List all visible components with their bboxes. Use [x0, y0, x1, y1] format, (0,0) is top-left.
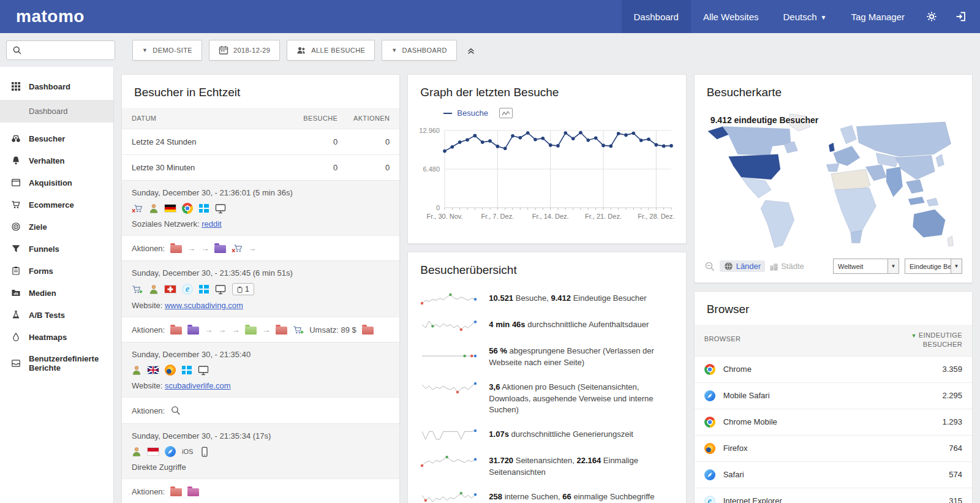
matomo-logo[interactable]: matomo: [0, 0, 100, 33]
chrome-icon: [704, 417, 715, 428]
nav-item-tag-manager[interactable]: Tag Manager: [839, 0, 917, 33]
browser-name: Safari: [723, 470, 744, 479]
revenue-label: Umsatz: 89 $: [309, 325, 356, 335]
actions-label: Aktionen:: [132, 487, 165, 496]
sidebar-item-funnels[interactable]: Funnels: [0, 238, 113, 260]
overview-metric-text: 4 min 46s durchschnittliche Aufenthaltsd…: [489, 317, 649, 331]
globe-icon: [724, 262, 733, 271]
unique-visitors-value: 3.359: [942, 365, 962, 374]
collapse-dashboard-icon[interactable]: [466, 45, 476, 55]
browser-table-row: Mobile Safari 2.295: [695, 382, 972, 409]
toolbar-button-2018-12-29[interactable]: 2018-12-29: [209, 40, 280, 61]
desktop-icon: [198, 365, 209, 376]
overview-metric-row: 31.720 Seitenansichten, 22.164 Einmalige…: [408, 448, 685, 484]
sidebar-item-medien[interactable]: Medien: [0, 282, 113, 304]
calendar-icon: [219, 45, 228, 55]
chevron-down-icon: ▼: [821, 14, 827, 21]
pageview-folder-red-icon: [170, 245, 182, 253]
realtime-widget: Besucher in Echtzeit DATUMBESUCHEAKTIONE…: [121, 74, 400, 503]
toolbar-button-alle-besuche[interactable]: ALLE BESUCHE: [287, 40, 375, 61]
sidebar-item-a-b-tests[interactable]: A/B Tests: [0, 304, 113, 326]
nav-item-deutsch[interactable]: Deutsch▼: [771, 0, 839, 33]
sidebar-item-benutzerdefinierte-berichte[interactable]: Benutzerdefinierte Berichte: [0, 348, 113, 379]
sidebar-subitem-dashboard[interactable]: Dashboard: [0, 100, 113, 123]
signout-icon[interactable]: [946, 0, 980, 33]
person-icon: [132, 447, 141, 456]
svg-text:Fr., 28. Dez.: Fr., 28. Dez.: [638, 213, 675, 220]
flag-de-icon: [165, 205, 176, 212]
visit-datetime: Sunday, December 30, - 21:35:40: [132, 350, 390, 359]
report-icon: [11, 358, 21, 368]
realtime-title: Besucher in Echtzeit: [122, 75, 399, 108]
browser-col-header[interactable]: BROWSER: [704, 331, 899, 342]
visit-actions-row: Aktionen:→→→→Umsatz: 89 $: [122, 317, 399, 342]
sparkline: [420, 344, 478, 359]
overview-metric-text: 1.07s durchschnittliche Generierungszeit: [489, 427, 633, 441]
gear-icon[interactable]: [917, 0, 946, 33]
referrer-link[interactable]: scubadiverlife.com: [165, 381, 231, 390]
toolbar-button-dashboard[interactable]: ▼DASHBOARD: [382, 40, 457, 61]
sidebar-item-heatmaps[interactable]: Heatmaps: [0, 326, 113, 348]
internet-explorer-icon: [704, 496, 715, 503]
map-cities-toggle[interactable]: Städte: [769, 262, 804, 271]
internet-explorer-icon: [182, 284, 193, 295]
overview-metric-row: 56 % abgesprungene Besucher (Verlassen d…: [408, 338, 685, 374]
overview-metric-text: 3,6 Aktionen pro Besuch (Seitenansichten…: [489, 380, 673, 417]
sparkline: [420, 292, 478, 306]
chrome-icon: [704, 364, 715, 375]
binoculars-icon: [11, 134, 21, 143]
sidebar-item-dashboard[interactable]: Dashboard: [0, 75, 113, 97]
unique-visitors-col-header[interactable]: ▼EINDEUTIGE BESUCHER: [899, 331, 962, 350]
overview-metric-text: 31.720 Seitenansichten, 22.164 Einmalige…: [489, 453, 673, 478]
outlink-arrow-icon: →: [187, 244, 195, 253]
visitor-map-widget: Besucherkarte 9.412 eindeutige Besucher: [694, 74, 973, 283]
funnel-icon: [11, 244, 21, 254]
visitor-overview-widget: Besucherübersicht 10.521 Besuche, 9.412 …: [407, 252, 686, 503]
sidebar-item-forms[interactable]: Forms: [0, 260, 113, 282]
unique-visitors-value: 1.293: [942, 417, 962, 426]
sparkline: [420, 490, 478, 503]
pageview-folder-red-icon: [362, 327, 374, 335]
flask-icon: [11, 310, 21, 320]
desktop-icon: [215, 203, 226, 214]
map-metric-select[interactable]: Eindeutige Besucher ▼: [905, 259, 962, 274]
browser-widget: Browser BROWSER ▼EINDEUTIGE BESUCHER Chr…: [694, 291, 973, 503]
sort-desc-icon: ▼: [911, 333, 916, 339]
nav-item-alle-websites[interactable]: Alle Websites: [691, 0, 771, 33]
cart-abandoned-icon: [232, 244, 243, 253]
sidebar-item-akquisition[interactable]: Akquisition: [0, 172, 113, 194]
export-image-icon[interactable]: [499, 108, 513, 118]
overview-metric-row: 1.07s durchschnittliche Generierungszeit: [408, 422, 685, 448]
visit-referrer: Website: www.scubadiving.com: [132, 301, 390, 310]
sidebar: DashboardDashboardBesucherVerhaltenAkqui…: [0, 67, 114, 503]
sidebar-item-verhalten[interactable]: Verhalten: [0, 149, 113, 172]
visit-referrer: Direkte Zugriffe: [132, 463, 390, 472]
world-map[interactable]: [703, 109, 957, 252]
person-icon: [149, 284, 159, 294]
visit-actions-row: Aktionen:: [122, 478, 399, 503]
referrer-link[interactable]: reddit: [202, 219, 222, 229]
buildings-icon: [769, 262, 778, 271]
cart-abandoned-icon: [132, 204, 143, 213]
map-countries-toggle[interactable]: Länder: [720, 260, 765, 272]
sparkline: [420, 380, 478, 395]
visits-graph-widget: Graph der letzten Besuche Besuche 12.960…: [407, 74, 686, 244]
visit-datetime: Sunday, December 30, - 21:35:45 (6 min 5…: [132, 268, 390, 278]
zoom-out-icon[interactable]: [704, 261, 715, 272]
browser-name: Internet Explorer: [723, 496, 782, 503]
nav-item-dashboard[interactable]: Dashboard: [622, 0, 691, 33]
visitor-log-entry: Sunday, December 30, - 21:35:34 (17s) iO…: [122, 423, 399, 478]
sidebar-item-ecommerce[interactable]: Ecommerce: [0, 194, 113, 216]
map-region-select[interactable]: Weltweit ▼: [833, 259, 899, 274]
window-icon: [11, 178, 21, 187]
safari-icon: [704, 469, 715, 480]
visits-line-chart[interactable]: 12.9606.4800Fr., 30. Nov.Fr., 7. Dez.Fr.…: [408, 118, 685, 243]
overview-metric-row: 4 min 46s durchschnittliche Aufenthaltsd…: [408, 312, 685, 338]
search-input[interactable]: [26, 45, 109, 55]
search-box[interactable]: [6, 40, 115, 60]
sidebar-item-ziele[interactable]: Ziele: [0, 216, 113, 238]
toolbar-button-demo-site[interactable]: ▼DEMO-SITE: [132, 40, 202, 61]
browser-name: Chrome Mobile: [723, 417, 777, 426]
sidebar-item-besucher[interactable]: Besucher: [0, 127, 113, 149]
referrer-link[interactable]: www.scubadiving.com: [165, 301, 243, 310]
